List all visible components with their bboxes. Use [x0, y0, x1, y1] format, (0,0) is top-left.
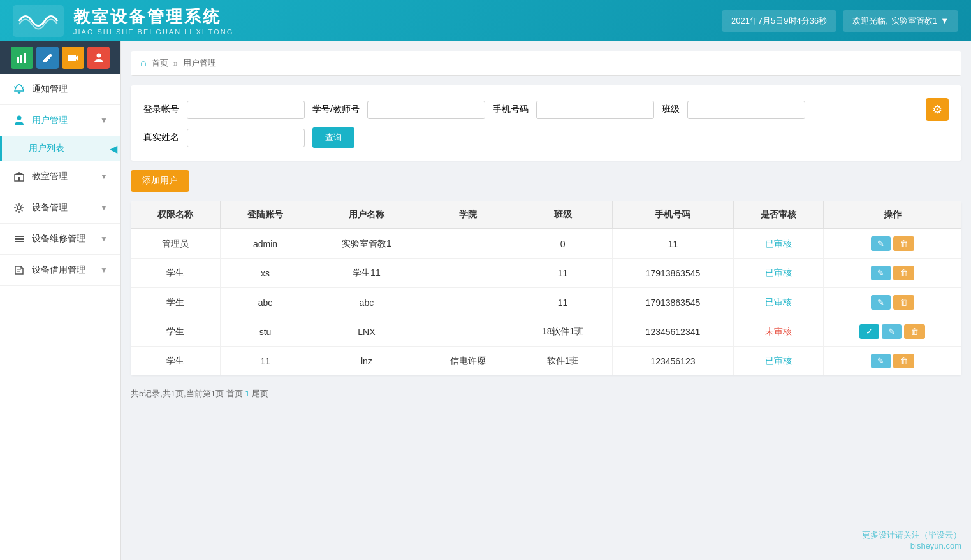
cell-class: 11	[513, 288, 612, 317]
delete-button[interactable]: 🗑	[893, 295, 914, 310]
logo-svg	[13, 5, 64, 37]
sidebar-icon-edit[interactable]	[36, 47, 59, 69]
student-id-label: 学号/教师号	[312, 104, 360, 115]
cell-username: abc	[310, 288, 423, 317]
sidebar-label-user: 用户管理	[32, 115, 68, 126]
edit-button[interactable]: ✎	[871, 236, 891, 251]
cell-phone: 123456123	[613, 347, 733, 376]
svg-rect-0	[13, 5, 64, 37]
cell-status: 已审核	[733, 229, 823, 259]
sidebar-item-classroom[interactable]: 教室管理 ▼	[0, 161, 120, 192]
sidebar-icon-person[interactable]	[87, 47, 110, 69]
col-username: 用户名称	[310, 201, 423, 229]
table-header-row: 权限名称 登陆账号 用户名称 学院 班级 手机号码 是否审核 操作	[131, 201, 961, 229]
header-title-cn: 教室设备管理系统	[73, 6, 233, 28]
cell-username: LNX	[310, 317, 423, 347]
svg-rect-3	[24, 53, 26, 63]
username-text: 实验室管教1	[891, 15, 937, 27]
breadcrumb: ⌂ 首页 » 用户管理	[131, 51, 961, 76]
delete-button[interactable]: 🗑	[893, 266, 914, 280]
sidebar-label-classroom: 教室管理	[32, 171, 68, 182]
class-label: 班级	[662, 104, 680, 115]
sidebar-icons	[0, 41, 120, 74]
svg-marker-6	[76, 55, 78, 61]
cell-account: xs	[220, 259, 310, 288]
sidebar-label-borrow: 设备借用管理	[32, 264, 85, 276]
notice-icon	[13, 83, 26, 96]
phone-input[interactable]	[536, 101, 654, 119]
col-status: 是否审核	[733, 201, 823, 229]
svg-rect-2	[20, 55, 22, 63]
student-id-input[interactable]	[367, 101, 485, 119]
delete-button[interactable]: 🗑	[904, 324, 925, 339]
sidebar-icon-chart[interactable]	[11, 47, 33, 69]
maintenance-icon	[13, 233, 26, 245]
col-account: 登陆账号	[220, 201, 310, 229]
equipment-icon	[13, 201, 26, 214]
main-content: ⌂ 首页 » 用户管理 登录帐号 学号/教师号 手机号码 班级 ⚙ 真实姓名 查…	[121, 41, 971, 560]
edit-button[interactable]: ✎	[871, 354, 891, 368]
class-input[interactable]	[687, 101, 805, 119]
cell-phone: 17913863545	[613, 259, 733, 288]
header-title-block: 教室设备管理系统 JIAO SHI SHE BEI GUAN LI XI TON…	[73, 6, 233, 36]
cell-phone: 17913863545	[613, 288, 733, 317]
col-college: 学院	[423, 201, 513, 229]
add-user-button[interactable]: 添加用户	[131, 170, 189, 192]
cell-college: 信电许愿	[423, 347, 513, 376]
cell-phone: 11	[613, 229, 733, 259]
breadcrumb-home: 首页	[152, 57, 168, 69]
action-bar: 添加用户	[131, 170, 961, 192]
sidebar-item-user-list[interactable]: 用户列表 ◀	[0, 136, 120, 161]
col-class: 班级	[513, 201, 612, 229]
cell-role: 学生	[131, 259, 220, 288]
login-account-label: 登录帐号	[143, 104, 179, 115]
edit-button[interactable]: ✎	[882, 324, 902, 339]
sidebar: 通知管理 用户管理 ▼ 用户列表 ◀ 教室管理 ▼	[0, 41, 121, 560]
sidebar-item-borrow[interactable]: 设备借用管理 ▼	[0, 255, 120, 286]
header-title-en: JIAO SHI SHE BEI GUAN LI XI TONG	[73, 28, 233, 36]
sidebar-submenu-user: 用户列表 ◀	[0, 136, 120, 161]
pagination-suffix: 尾页	[249, 389, 268, 398]
delete-button[interactable]: 🗑	[893, 354, 914, 368]
column-settings-button[interactable]: ⚙	[926, 98, 949, 121]
sidebar-icon-video[interactable]	[62, 47, 84, 69]
svg-rect-1	[17, 57, 19, 63]
real-name-input[interactable]	[187, 129, 305, 147]
search-button[interactable]: 查询	[312, 127, 354, 148]
header-user[interactable]: 欢迎光临, 实验室管教1 ▼	[843, 10, 958, 32]
col-role: 权限名称	[131, 201, 220, 229]
sidebar-label-user-list: 用户列表	[29, 143, 64, 154]
cell-username: 实验室管教1	[310, 229, 423, 259]
cell-account: abc	[220, 288, 310, 317]
chevron-right-icon-borrow: ▼	[100, 266, 108, 275]
edit-button[interactable]: ✎	[871, 295, 891, 310]
login-account-input[interactable]	[187, 101, 305, 119]
header-right: 2021年7月5日9时4分36秒 欢迎光临, 实验室管教1 ▼	[722, 10, 958, 32]
sidebar-label-notice: 通知管理	[32, 83, 68, 95]
cell-college	[423, 317, 513, 347]
table-row: 管理员 admin 实验室管教1 0 11 已审核 ✎🗑	[131, 229, 961, 259]
cell-role: 管理员	[131, 229, 220, 259]
sidebar-item-maintenance[interactable]: 设备维修管理 ▼	[0, 224, 120, 255]
cell-action: ✓✎🗑	[823, 317, 961, 347]
cell-role: 学生	[131, 347, 220, 376]
sidebar-item-user[interactable]: 用户管理 ▼	[0, 105, 120, 136]
cell-action: ✎🗑	[823, 229, 961, 259]
cell-username: 学生11	[310, 259, 423, 288]
real-name-label: 真实姓名	[143, 132, 179, 143]
cell-account: admin	[220, 229, 310, 259]
chevron-right-icon-classroom: ▼	[100, 172, 108, 181]
breadcrumb-current: 用户管理	[183, 57, 216, 69]
sidebar-item-equipment[interactable]: 设备管理 ▼	[0, 192, 120, 224]
cell-college	[423, 259, 513, 288]
edit-button[interactable]: ✎	[871, 266, 891, 280]
cell-username: lnz	[310, 347, 423, 376]
chevron-right-icon-maintenance: ▼	[100, 234, 108, 243]
cell-college	[423, 288, 513, 317]
delete-button[interactable]: 🗑	[893, 236, 914, 251]
approve-button[interactable]: ✓	[859, 324, 879, 339]
cell-class: 软件1班	[513, 347, 612, 376]
sidebar-item-notice[interactable]: 通知管理	[0, 74, 120, 105]
cell-status: 已审核	[733, 347, 823, 376]
cell-action: ✎🗑	[823, 288, 961, 317]
